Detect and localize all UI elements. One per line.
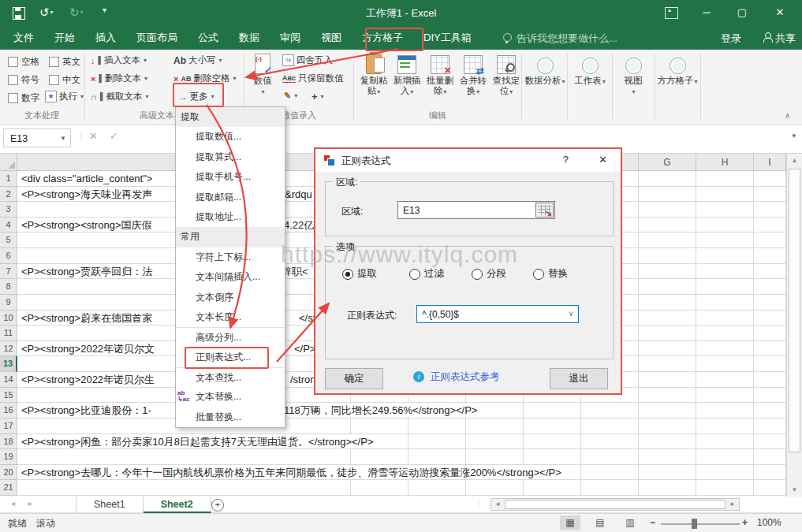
menu-item[interactable]: 文本间隔插入... [176,267,285,287]
menu-item[interactable]: 提取算式... [176,147,285,167]
undo-button[interactable]: ↺▾ [39,6,54,20]
ribbon-tab-review[interactable]: 审阅 [270,27,311,50]
dialog-help-button[interactable]: ? [563,154,569,166]
scroll-down-icon[interactable]: ▼ [787,483,802,497]
cell-text[interactable]: <P><strong>闲鱼：部分卖家10月8日起需支持7天无理由退货。</str… [19,435,375,448]
tell-me-box[interactable]: 告诉我您想要做什么... [503,27,617,50]
select-all-corner[interactable] [0,154,17,171]
menu-item[interactable]: 字符上下标... [176,247,285,267]
row-header-3[interactable]: 3 [0,202,17,218]
menu-item[interactable]: 文本查找... [176,367,285,387]
row-header-20[interactable]: 20 [0,465,17,481]
menu-item[interactable]: 提取手机号... [176,167,285,187]
run-button[interactable]: ★执行▾ [45,91,84,102]
cell-text-fragment[interactable]: 118万辆，同比增长249.56%</strong></P> [282,404,479,417]
row-header-9[interactable]: 9 [0,295,17,311]
regex-combobox[interactable]: ^.{0,50}$˅ [416,305,579,323]
cell-text[interactable]: <div class="article_content"> [19,172,155,185]
worksheet-button[interactable]: 工作表▾ [569,52,610,109]
formula-bar-splitter[interactable]: ⋮ [77,132,85,140]
insert-rows-button[interactable]: 新增插入▾ [390,52,423,109]
checkbox-symbol[interactable] [8,75,18,85]
find-locate-button[interactable]: 查找定位▾ [490,52,523,109]
cell-text[interactable]: <P><strong>2022年诺贝尔文 [19,342,157,355]
sign-in-button[interactable]: 登录 [721,27,741,50]
row-header-7[interactable]: 7 [0,264,17,280]
view-page-layout-icon[interactable]: ▤ [590,515,610,530]
next-sheet-icon[interactable]: ► [27,500,34,508]
tab-splitter[interactable]: ⋮ [476,500,483,508]
delete-text-button[interactable]: ×∥删除文本▾ [91,73,147,84]
row-header-12[interactable]: 12 [0,341,17,357]
column-header-H[interactable]: H [696,154,754,171]
add-sheet-button[interactable]: + [211,499,224,512]
dialog-close-button[interactable]: ✕ [599,154,607,166]
ribbon-tab-insert[interactable]: 插入 [85,27,126,50]
column-header-I[interactable]: I [754,154,786,171]
row-header-2[interactable]: 2 [0,187,17,203]
scroll-right-icon[interactable]: ► [729,500,736,508]
cell-text[interactable]: <P><strong>2022年诺贝尔生 [19,373,157,386]
exit-button[interactable]: 退出 [550,368,608,389]
menu-item[interactable]: 批量替换... [176,407,285,427]
ribbon-tab-home[interactable]: 开始 [44,27,85,50]
vertical-scrollbar-thumb[interactable] [789,169,800,452]
view-normal-icon[interactable]: ▦ [560,515,580,530]
row-header-13[interactable]: 13 [0,356,17,372]
radio-分段[interactable]: 分段 [472,267,506,281]
maximize-button[interactable]: ▢ [726,0,759,25]
sheet-tab-sheet2[interactable]: Sheet2 [144,497,211,513]
radio-过滤[interactable]: 过滤 [409,267,444,281]
copy-paste-button[interactable]: 复制粘贴▾ [357,52,390,109]
zoom-slider-track[interactable] [661,523,740,525]
ok-button[interactable]: 确定 [325,368,383,389]
ribbon-display-options-icon[interactable] [665,7,678,19]
close-button[interactable]: ✕ [763,0,796,25]
name-box[interactable]: E13▼ [3,128,71,147]
row-header-5[interactable]: 5 [0,233,17,248]
menu-item[interactable]: 文本长度... [176,307,285,327]
row-header-19[interactable]: 19 [0,449,17,465]
zoom-level[interactable]: 100% [757,517,781,528]
zoom-out-button[interactable]: − [650,517,655,528]
row-header-11[interactable]: 11 [0,326,17,341]
data-analysis-button[interactable]: 数据分析▾ [524,52,565,109]
ribbon-tab-page-layout[interactable]: 页面布局 [126,27,188,50]
dialog-title-bar[interactable]: 正则表达式 ? ✕ [315,149,621,172]
horizontal-scrollbar-thumb[interactable] [505,500,726,509]
menu-item[interactable]: 高级分列... [176,327,285,347]
scroll-left-icon[interactable]: ◄ [494,500,501,508]
ribbon-tab-formulas[interactable]: 公式 [188,27,229,50]
numeric-value-button[interactable]: (-)✓ 数值▾ [246,52,279,109]
region-input[interactable]: E13 ↘ [397,201,555,219]
regex-reference-link[interactable]: 正则表达式参考 [431,370,500,384]
merge-convert-button[interactable]: ⇄ 合并转换▾ [457,52,490,109]
zoom-in-button[interactable]: + [742,517,748,528]
column-header-G[interactable]: G [639,154,696,171]
ribbon-tab-view[interactable]: 视图 [311,27,352,50]
customize-qat-button[interactable]: ▾ [103,6,106,14]
ffcell-button[interactable]: 方方格子▾ [656,52,699,109]
checkbox-space[interactable] [8,57,18,67]
view-button[interactable]: 视图▾ [614,52,653,109]
menu-item[interactable]: ab↳ac文本替换... [176,387,285,407]
pencil-button[interactable]: ✎▾ [284,91,297,101]
zoom-slider-thumb[interactable] [692,519,697,529]
cell-text[interactable]: <P><strong>蔚来在德国首家 [19,311,155,325]
minimize-button[interactable]: ─ [690,0,723,25]
row-header-6[interactable]: 6 [0,248,17,264]
range-picker-button[interactable]: ↘ [535,203,554,218]
cell-text[interactable]: <P><strong><strong>国庆假 [19,218,154,232]
vertical-scrollbar[interactable]: ▲ ▼ [786,154,802,497]
ribbon-tab-data[interactable]: 数据 [229,27,270,50]
expand-formula-bar-icon[interactable]: ▾ [792,132,796,140]
view-page-break-icon[interactable]: ▥ [620,515,640,530]
sheet-tab-sheet1[interactable]: Sheet1 [76,497,144,513]
collapse-ribbon-button[interactable]: ∧ [785,111,790,120]
ribbon-tab-diy-toolbox[interactable]: DIY工具箱 [413,27,482,50]
row-header-16[interactable]: 16 [0,403,17,419]
cell-text[interactable]: <P><strong>去哪儿：今年十一国内航线机票价格为五年来同期最低，徒步、滑… [19,466,564,479]
menu-item[interactable]: 提取地址... [176,207,285,227]
row-header-21[interactable]: 21 [0,480,17,496]
row-header-14[interactable]: 14 [0,372,17,388]
